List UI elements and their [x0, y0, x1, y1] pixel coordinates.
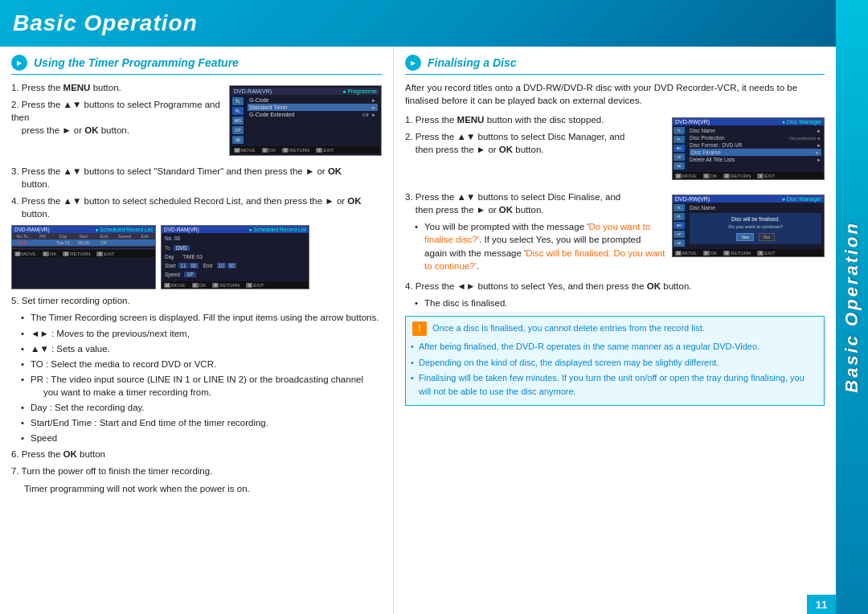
step-4: 4. Press the ▲▼ button to select schedul… — [11, 194, 382, 220]
bullet-pr: PR : The video input source (LINE IN 1 o… — [31, 373, 382, 399]
note-main-line: ! Once a disc is finalised, you cannot d… — [412, 321, 817, 336]
disc-screen-1: DVD-RW(VR)● Disc Manager TL PL MG CP SE … — [672, 117, 825, 180]
screen-row-gcode: G-Code► — [248, 96, 378, 104]
disc-screen-2: DVD-RW(VR)● Disc Manager TL PL MG CP SE … — [672, 194, 825, 257]
note-bullet-2: Depending on the kind of disc, the displ… — [419, 356, 817, 370]
disc1-content: Disc Name► Disc ProtectionNot protected … — [687, 125, 824, 171]
scheduled-screen-2: DVD-RAM(VR)● Scheduled Record List No. 0… — [161, 225, 309, 289]
note-bullet-3: Finalising will be taken few minutes. If… — [419, 371, 817, 398]
sched1-col-heads: No.To PR Day Start End Speed Edit — [12, 233, 155, 239]
right-step4-sub: The disc is finalised. — [424, 297, 825, 309]
icon-setup: SE — [232, 136, 244, 144]
page-title: Basic Operation — [13, 10, 198, 36]
note-bullet-1: After being finalised, the DVD-R operate… — [419, 340, 817, 354]
header-bar: Basic Operation — [0, 0, 868, 47]
right-step-2: 2. Press the ▲▼ buttons to select Disc M… — [405, 130, 665, 156]
right-column: Finalising a Disc After you record title… — [394, 47, 836, 614]
disc-icon-cp: CP — [674, 154, 685, 161]
left-column: Using the Timer Programming Feature 1. P… — [0, 47, 394, 614]
screen-row-standard-timer: Standard Timer► — [248, 104, 378, 111]
left-section-icon — [11, 55, 27, 71]
disc2-content: Disc Name Disc will be finalised. Do you… — [687, 203, 824, 248]
bullet-day: Day : Set the recording day. — [31, 401, 382, 414]
right-section-title: Finalising a Disc — [428, 56, 516, 69]
disc1-row-protection: Disc ProtectionNot protected ► — [690, 134, 821, 141]
right-step-4: 4. Press the ◄► buttons to select Yes, a… — [405, 280, 825, 293]
sched2-to: To DVD — [162, 244, 309, 252]
right-steps-mid: 3. Press the ▲▼ buttons to select Disc F… — [405, 190, 825, 275]
disc2-menu: TL PL MG CP SE Disc Name Disc will be fi… — [673, 203, 824, 248]
right-step3-text: 3. Press the ▲▼ buttons to select Disc F… — [405, 190, 665, 275]
right-steps-text: 1. Press the MENU button with the disc s… — [405, 113, 665, 160]
step-7-sub: Timer programming will not work when the… — [24, 482, 382, 495]
sched2-speed: Speed SP — [162, 270, 309, 280]
screen-row-gcode-ext: G-Code ExtendedOff ► — [248, 111, 378, 118]
sched2-footer: M MOVE K OK R RETURN X EXIT — [162, 281, 309, 289]
disc2-row-name: Disc Name — [690, 204, 821, 211]
disc1-row-finalise: Disc Finalise► — [690, 149, 821, 156]
scheduled-screens-row: DVD-RAM(VR)● Scheduled Record List No.To… — [11, 225, 382, 289]
step-5: 5. Set timer recording option. — [11, 294, 382, 307]
bullet-prev-next: ◄► : Moves to the previous/next item, — [31, 327, 382, 340]
sched1-row1: DVD Tue 01 00:00 OF — [12, 239, 155, 247]
disc2-icons: TL PL MG CP SE — [673, 203, 687, 248]
disc2-icon-mg: MG — [674, 222, 685, 229]
sched1-header: DVD-RAM(VR)● Scheduled Record List — [12, 226, 155, 233]
sched1-row2 — [12, 247, 155, 249]
step-2: 2. Press the ▲▼ buttons to select Progra… — [11, 98, 223, 137]
disc2-dialog: Disc will be finalised. Do you want to c… — [690, 213, 821, 244]
intro-text: After you record titles onto a DVD-RW/DV… — [405, 81, 825, 107]
disc1-header: DVD-RW(VR)● Disc Manager — [673, 118, 824, 125]
sched2-day: Day TIME 03 — [162, 252, 309, 261]
screen1-header: DVD-RAM(VR)● Programme — [231, 88, 379, 95]
disc1-footer: M MOVE K OK R RETURN X EXIT — [673, 172, 824, 179]
bullet-timer-screen: The Timer Recording screen is displayed.… — [31, 311, 382, 324]
disc1-menu: TL PL MG CP SE Disc Name► Disc Protectio… — [673, 125, 824, 171]
programme-screen: DVD-RAM(VR)● Programme TL PL MG CP SE G-… — [229, 85, 382, 156]
disc2-icon-pl: PL — [674, 213, 685, 220]
screen1-content: G-Code► Standard Timer► G-Code ExtendedO… — [246, 96, 379, 145]
sched2-no: No. 00 — [162, 233, 309, 244]
disc1-row-delete: Delete All Title Lists► — [690, 156, 821, 163]
bullet-to: TO : Select the media to record DVD or V… — [31, 358, 382, 370]
disc1-row-name: Disc Name► — [690, 127, 821, 134]
step-7: 7. Turn the power off to finish the time… — [11, 465, 382, 477]
sched2-time: Start 11 00 End 10 00 — [162, 261, 309, 270]
screen1-footer: M MOVE K OK R RETURN X EXIT — [231, 146, 379, 154]
disc-icon-mg: MG — [674, 145, 685, 152]
disc-icon-se: SE — [674, 162, 685, 170]
right-sidebar: Basic Operation — [836, 0, 868, 614]
scheduled-screen-1: DVD-RAM(VR)● Scheduled Record List No.To… — [11, 225, 156, 289]
right-section-header: Finalising a Disc — [405, 55, 825, 75]
right-step3-note: You will be prompted with the message 'D… — [424, 220, 665, 272]
step-6: 6. Press the OK button — [11, 448, 382, 460]
left-section-header: Using the Timer Programming Feature — [11, 55, 382, 75]
icon-playlist: PL — [232, 107, 244, 115]
right-section-icon — [405, 55, 421, 71]
step-3: 3. Press the ▲▼ buttons to select "Stand… — [11, 165, 382, 190]
bullet-speed: Speed — [31, 432, 382, 444]
left-section-title: Using the Timer Programming Feature — [34, 56, 239, 69]
page-number: 11 — [807, 595, 836, 614]
sched1-footer: M MOVE K OK R RETURN X EXIT — [12, 250, 155, 257]
disc2-dialog-buttons: Yes No — [694, 233, 817, 241]
disc-icon-pl: PL — [674, 136, 685, 143]
right-step-3: 3. Press the ▲▼ buttons to select Disc F… — [405, 190, 665, 216]
disc2-icon-tl: TL — [674, 204, 685, 211]
icon-manager: MG — [232, 117, 244, 125]
icon-copy: CP — [232, 126, 244, 134]
right-steps-top: 1. Press the MENU button with the disc s… — [405, 113, 825, 184]
disc-icon-tl: TL — [674, 127, 685, 134]
right-step-1: 1. Press the MENU button with the disc s… — [405, 113, 665, 126]
disc1-icons: TL PL MG CP SE — [673, 125, 687, 171]
main-content: Using the Timer Programming Feature 1. P… — [0, 47, 868, 614]
disc1-row-format: Disc Format : DVD-VR► — [690, 141, 821, 149]
bullet-sets-value: ▲▼ : Sets a value. — [31, 342, 382, 355]
sched2-header: DVD-RAM(VR)● Scheduled Record List — [162, 226, 309, 233]
disc2-icon-cp: CP — [674, 231, 685, 238]
sidebar-text: Basic Operation — [841, 221, 862, 393]
icon-title-list: TL — [232, 97, 244, 105]
screen1-icons: TL PL MG CP SE — [231, 96, 246, 145]
note-icon: ! — [412, 321, 427, 336]
disc2-icon-se: SE — [674, 239, 685, 247]
